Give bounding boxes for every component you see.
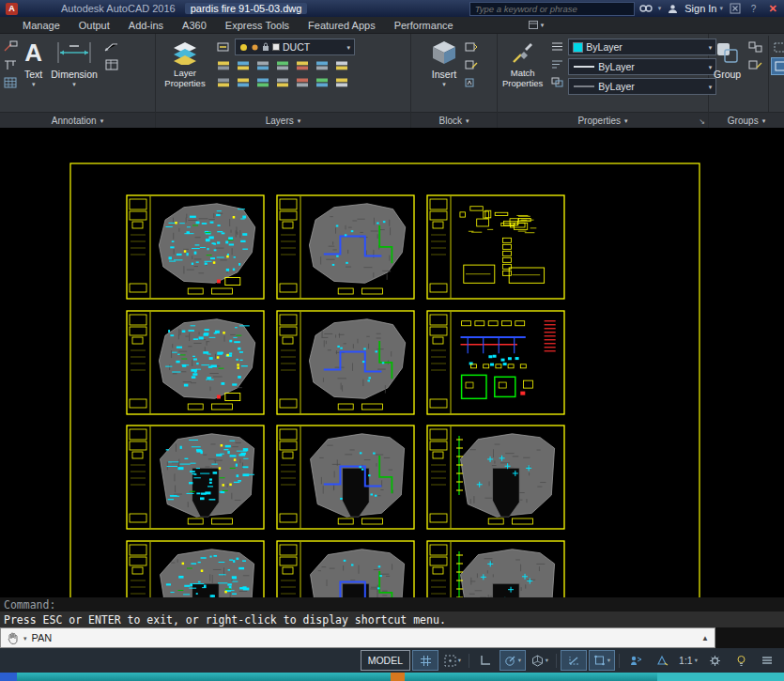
drawing-canvas[interactable] <box>0 128 784 597</box>
layer-tool-icon[interactable] <box>274 58 291 72</box>
table-icon[interactable] <box>2 75 19 89</box>
object-color-dropdown[interactable]: ByLayer ▾ <box>568 39 716 55</box>
close-icon[interactable]: ✕ <box>765 3 780 15</box>
workspace-switching-icon[interactable] <box>702 651 727 670</box>
layer-properties-icon <box>172 40 198 65</box>
text-tool-icon: A <box>24 39 42 67</box>
layer-tool-icon[interactable] <box>215 75 232 89</box>
layer-tool-icon[interactable] <box>254 58 271 72</box>
menu-tab-featured-apps[interactable]: Featured Apps <box>299 17 385 33</box>
object-snap-icon[interactable]: ▾ <box>589 650 615 671</box>
sign-in-button[interactable]: Sign In▾ <box>684 3 723 14</box>
layer-tool-icon[interactable] <box>333 75 350 89</box>
panel-annotation: A Text ▾ Dimension ▾ <box>0 34 156 128</box>
active-command-field[interactable]: ▾ PAN ▲ <box>0 627 715 648</box>
menu-tab-express-tools[interactable]: Express Tools <box>216 17 299 33</box>
exchange-apps-icon[interactable] <box>728 2 742 15</box>
search-binoculars-icon[interactable] <box>639 2 653 15</box>
menu-tab-a360[interactable]: A360 <box>173 17 216 33</box>
drawing-sheet-planA-blue <box>277 311 414 414</box>
ribbon-display-menu[interactable]: ▾ <box>529 21 545 29</box>
ortho-mode-icon[interactable] <box>473 651 498 670</box>
layer-dropdown[interactable]: DUCT ▾ <box>235 39 355 55</box>
help-icon[interactable]: ? <box>746 2 761 15</box>
group-edit-icon[interactable] <box>746 57 763 71</box>
group-button[interactable]: Group <box>711 36 744 112</box>
text-button[interactable]: A Text ▾ <box>22 36 45 112</box>
properties-dialog-launcher-icon[interactable]: ↘ <box>699 117 705 126</box>
match-properties-label-1: Match <box>511 69 535 78</box>
autocad-logo-icon[interactable]: A <box>6 3 18 15</box>
menu-tab-output[interactable]: Output <box>69 17 119 33</box>
layer-tool-icon[interactable] <box>235 75 252 89</box>
match-properties-button[interactable]: Match Properties <box>500 36 546 112</box>
layer-tool-icon[interactable] <box>314 75 331 89</box>
customization-icon[interactable] <box>755 651 779 670</box>
block-attributes-icon[interactable] <box>463 75 480 89</box>
command-window[interactable]: Command: Press ESC or ENTER to exit, or … <box>0 597 784 627</box>
menu-tab-performance[interactable]: Performance <box>385 17 463 33</box>
text-style-icon[interactable] <box>2 57 19 71</box>
scale-caret-icon: ▾ <box>695 657 698 664</box>
panel-label-block[interactable]: Block▾ <box>411 112 497 128</box>
command-options-caret-icon[interactable]: ▾ <box>23 635 27 642</box>
layer-tool-icon[interactable] <box>333 58 350 72</box>
model-space-view[interactable] <box>0 128 784 597</box>
status-separator <box>619 654 620 668</box>
document-title: pardis fire 91-05-03.dwg <box>185 3 308 14</box>
panel-groups: Group Groups▾ <box>709 34 784 128</box>
layers-panel-caret-icon: ▾ <box>298 117 301 124</box>
properties-list-icon[interactable] <box>548 39 565 54</box>
layer-tool-icon[interactable] <box>235 58 252 72</box>
layer-tool-icon[interactable] <box>274 75 291 89</box>
object-snap-tracking-icon[interactable] <box>561 650 587 671</box>
annotation-visibility-icon[interactable] <box>623 651 648 670</box>
grid-display-icon[interactable] <box>412 650 438 671</box>
lineweight-dropdown[interactable]: ByLayer ▾ <box>568 58 716 75</box>
panel-label-properties[interactable]: Properties▾ ↘ <box>498 112 708 128</box>
layer-tool-icon[interactable] <box>215 58 232 72</box>
command-history-toggle-icon[interactable]: ▲ <box>701 634 709 642</box>
search-caret-icon[interactable]: ▾ <box>658 5 662 12</box>
layer-color-swatch <box>272 43 280 51</box>
layer-state-icon[interactable] <box>215 40 232 54</box>
quick-table-icon[interactable] <box>103 57 120 71</box>
group-bounding-box-icon[interactable] <box>771 57 784 75</box>
text-caret-icon: ▾ <box>32 81 36 87</box>
isometric-drafting-icon[interactable]: ▾ <box>528 651 552 670</box>
leader-icon[interactable] <box>103 39 120 54</box>
panel-label-layers[interactable]: Layers▾ <box>156 112 410 128</box>
ungroup-icon[interactable] <box>746 39 763 54</box>
polar-tracking-icon[interactable]: ▾ <box>500 650 526 671</box>
autoscale-icon[interactable] <box>650 651 674 670</box>
group-icon <box>715 41 740 64</box>
linetype-dropdown[interactable]: ByLayer ▾ <box>568 78 716 95</box>
multileader-icon[interactable] <box>2 39 19 54</box>
infocenter-search-box[interactable] <box>469 2 635 16</box>
annotation-scale-button[interactable]: 1:1 ▾ <box>676 651 700 670</box>
layer-tool-icon[interactable] <box>294 58 311 72</box>
create-block-icon[interactable] <box>463 39 480 54</box>
group-selection-icon[interactable] <box>771 39 784 55</box>
isolate-objects-icon[interactable] <box>729 651 753 670</box>
layer-tools-row-2 <box>215 75 355 89</box>
edit-block-icon[interactable] <box>463 57 480 71</box>
panel-label-groups[interactable]: Groups▾ <box>709 112 784 128</box>
layer-on-bulb-icon <box>239 43 248 52</box>
model-space-button[interactable]: MODEL <box>361 650 410 671</box>
menu-tab-add-ins[interactable]: Add-ins <box>119 17 173 33</box>
insert-button[interactable]: Insert ▾ <box>428 36 460 112</box>
dimension-button[interactable]: Dimension ▾ <box>48 36 100 112</box>
panel-label-annotation[interactable]: Annotation▾ <box>0 112 155 128</box>
plot-style-icon[interactable] <box>548 57 565 71</box>
drawing-sheet-schematic <box>427 311 564 414</box>
transparency-icon[interactable] <box>548 75 565 89</box>
layer-properties-button[interactable]: Layer Properties <box>158 36 212 112</box>
search-input[interactable] <box>473 3 631 15</box>
taskbar-strip <box>0 673 784 681</box>
snap-mode-icon[interactable]: ▾ <box>440 651 465 670</box>
menu-tab-manage[interactable]: Manage <box>13 17 69 33</box>
layer-tool-icon[interactable] <box>314 58 331 72</box>
layer-tool-icon[interactable] <box>294 75 311 89</box>
layer-tool-icon[interactable] <box>254 75 271 89</box>
